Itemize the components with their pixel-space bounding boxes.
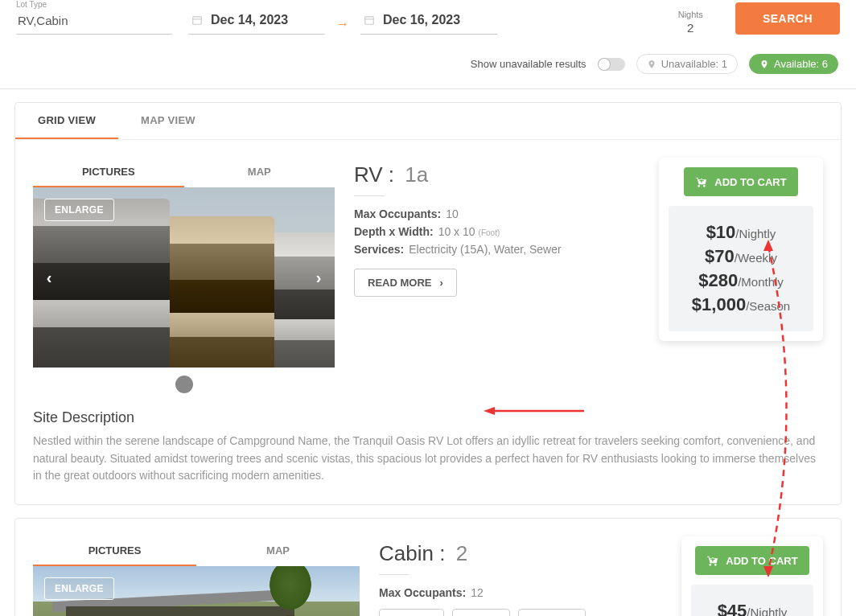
spec-services-value: Electricity (15A), Water, Sewer <box>409 243 561 256</box>
available-pill: Available: 6 <box>749 54 838 74</box>
prev-image-button[interactable]: ‹ <box>39 269 59 287</box>
tab-pictures[interactable]: PICTURES <box>33 536 196 566</box>
unavailable-text: Unavailable: 1 <box>661 58 727 70</box>
listing-type: Cabin : <box>379 541 445 565</box>
tab-map[interactable]: MAP <box>196 536 360 566</box>
available-text: Available: 6 <box>774 58 828 70</box>
arrow-right-icon: → <box>336 17 349 31</box>
svg-rect-2 <box>365 17 374 24</box>
listing-cabin-card: PICTURES MAP ENLARGE Cabin : 2 <box>14 518 842 616</box>
calendar-icon <box>191 14 203 26</box>
pin-icon <box>759 60 769 69</box>
gallery-tabs: PICTURES MAP <box>33 536 360 566</box>
cart-plus-icon <box>695 175 708 188</box>
svg-rect-0 <box>193 17 202 24</box>
pin-icon <box>647 60 656 69</box>
gallery-dot[interactable] <box>175 376 193 393</box>
tab-map[interactable]: MAP <box>184 158 335 187</box>
price-amount: $45 <box>718 601 747 616</box>
room-attributes: Bedrooms Beds Bathrooms <box>379 609 662 616</box>
svg-point-4 <box>650 62 652 64</box>
listing-cabin: PICTURES MAP ENLARGE Cabin : 2 <box>15 519 841 616</box>
price-amount: $280 <box>698 270 738 290</box>
date-from-value: Dec 14, 2023 <box>211 13 288 27</box>
listing-type: RV : <box>354 162 394 187</box>
price-period: /Weekly <box>735 251 777 265</box>
add-to-cart-label: ADD TO CART <box>714 176 786 188</box>
read-more-label: READ MORE <box>368 277 431 289</box>
view-tabs: GRID VIEW MAP VIEW <box>15 103 841 140</box>
lot-type-label: Lot Type <box>16 0 172 9</box>
next-image-button[interactable]: › <box>309 269 328 287</box>
attr-bedrooms: Bedrooms <box>379 609 444 616</box>
price-amount: $70 <box>705 246 735 266</box>
price-period: /Nightly <box>747 606 787 616</box>
gallery-image: ENLARGE <box>33 566 360 616</box>
price-box: ADD TO CART $10/Nightly $70/Weekly $280/… <box>659 158 823 341</box>
price-amount: $10 <box>706 222 736 242</box>
tab-map-view[interactable]: MAP VIEW <box>118 103 218 139</box>
listing-unit: 2 <box>456 541 467 565</box>
unavailable-toggle[interactable] <box>598 58 625 71</box>
nights-display: Nights 2 <box>678 10 703 35</box>
price-amount: $1,000 <box>692 294 746 314</box>
filter-row: Show unavailable results Unavailable: 1 … <box>0 49 856 89</box>
gallery-tabs: PICTURES MAP <box>33 158 335 187</box>
results-card: GRID VIEW MAP VIEW PICTURES MAP ENLARGE … <box>14 102 842 505</box>
spec-services-label: Services: <box>354 243 404 256</box>
date-to-field[interactable]: Dec 16, 2023 <box>360 13 497 35</box>
add-to-cart-button[interactable]: ADD TO CART <box>695 546 809 575</box>
desc-title: Site Description <box>33 409 823 426</box>
gallery-image: ENLARGE ‹ › <box>33 187 335 368</box>
cart-plus-icon <box>706 554 719 567</box>
price-list: $45/Nightly <box>691 585 813 616</box>
listing-info: Cabin : 2 Max Occupants:12 Bedrooms Beds <box>379 536 662 616</box>
calendar-icon <box>364 14 375 26</box>
price-period: /Season <box>746 299 790 313</box>
toggle-label: Show unavailable results <box>471 58 586 70</box>
desc-text: Nestled within the serene landscape of C… <box>33 433 823 485</box>
spec-occupants-value: 12 <box>471 586 484 599</box>
listing-unit: 1a <box>405 162 428 187</box>
listing-info: RV : 1a Max Occupants:10 Depth x Width:1… <box>354 158 640 297</box>
date-to-value: Dec 16, 2023 <box>383 13 460 27</box>
enlarge-button[interactable]: ENLARGE <box>44 577 114 600</box>
tab-pictures[interactable]: PICTURES <box>33 158 184 187</box>
site-description: Site Description Nestled within the sere… <box>33 409 823 485</box>
search-button[interactable]: SEARCH <box>735 2 840 35</box>
spec-occupants-value: 10 <box>446 207 459 220</box>
listing-title: RV : 1a <box>354 162 640 187</box>
read-more-button[interactable]: READ MORE › <box>354 269 457 297</box>
chevron-right-icon: › <box>439 277 442 289</box>
price-period: /Nightly <box>735 227 776 240</box>
spec-occupants-label: Max Occupants: <box>354 207 441 220</box>
nights-value: 2 <box>687 21 693 35</box>
gallery-dots <box>33 376 335 393</box>
nights-label: Nights <box>678 10 703 19</box>
date-from-field[interactable]: Dec 14, 2023 <box>188 13 325 35</box>
date-range: Dec 14, 2023 → Dec 16, 2023 <box>188 13 497 35</box>
spec-dimensions-unit: (Foot) <box>479 228 500 237</box>
search-bar: Lot Type Dec 14, 2023 → Dec 16, 2023 Nig… <box>0 0 856 49</box>
enlarge-button[interactable]: ENLARGE <box>44 199 114 221</box>
price-box: ADD TO CART $45/Nightly <box>681 536 823 616</box>
add-to-cart-label: ADD TO CART <box>726 555 797 567</box>
attr-bathrooms: Bathrooms <box>518 609 586 616</box>
tab-grid-view[interactable]: GRID VIEW <box>15 103 118 139</box>
price-list: $10/Nightly $70/Weekly $280/Monthly $1,0… <box>669 206 813 331</box>
attr-beds: Beds <box>452 609 510 616</box>
spec-dimensions-value: 10 x 10 <box>438 225 475 238</box>
listing-title: Cabin : 2 <box>379 541 662 566</box>
unavailable-pill: Unavailable: 1 <box>636 54 738 74</box>
price-period: /Monthly <box>738 275 784 289</box>
listing-rv: PICTURES MAP ENLARGE ‹ › <box>15 140 841 504</box>
add-to-cart-button[interactable]: ADD TO CART <box>684 167 797 196</box>
lot-type-field[interactable]: Lot Type <box>16 0 172 35</box>
spec-occupants-label: Max Occupants: <box>379 586 466 599</box>
svg-point-5 <box>763 62 766 64</box>
lot-type-input[interactable] <box>16 10 172 35</box>
spec-dimensions-label: Depth x Width: <box>354 225 434 238</box>
